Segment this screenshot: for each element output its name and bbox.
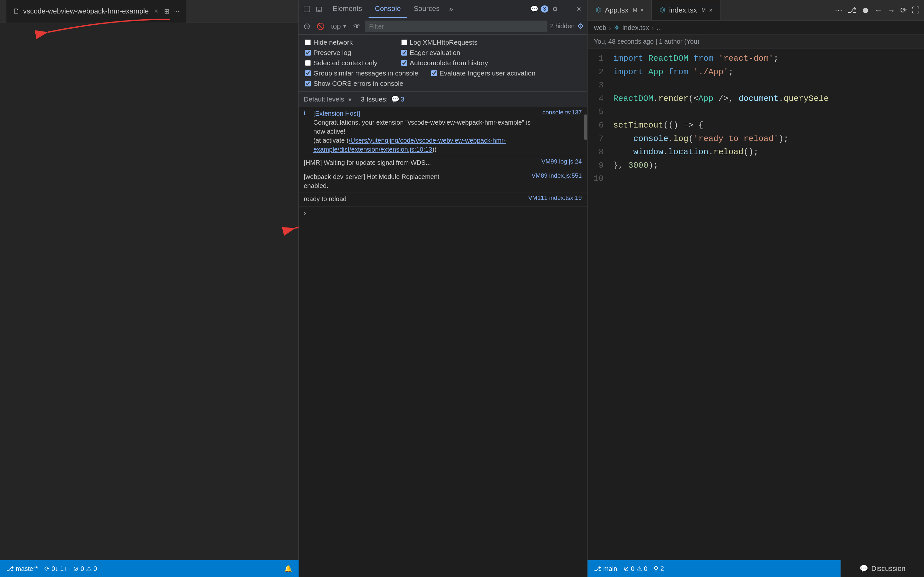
show-cors-input[interactable] xyxy=(305,81,311,86)
evaluate-triggers-input[interactable] xyxy=(431,70,437,76)
issues-link[interactable]: 💬 3 xyxy=(391,95,405,103)
tab-console[interactable]: Console xyxy=(369,0,407,18)
inspect-element-btn[interactable] xyxy=(302,5,312,13)
forward-icon[interactable]: → xyxy=(886,5,897,16)
editor-info-status[interactable]: ⚲ 2 xyxy=(654,565,664,572)
code-content[interactable]: import ReactDOM from 'react-dom'; import… xyxy=(610,49,924,577)
code-line-3 xyxy=(613,79,921,92)
status-bell[interactable]: 🔔 xyxy=(284,565,292,572)
console-link-0[interactable]: /Users/yutengjing/code/vscode-webview-we… xyxy=(313,137,506,153)
devtools-toolbar: Elements Console Sources » 💬 3 ⚙ ⋮ × xyxy=(299,0,587,18)
selected-context-input[interactable] xyxy=(305,60,311,66)
filter-settings-icon[interactable]: ⚙ xyxy=(577,22,584,31)
react-icon-breadcrumb: ⚛ xyxy=(614,24,620,32)
status-sync[interactable]: ⟳ 0↓ 1↑ xyxy=(44,565,67,572)
back-icon[interactable]: ← xyxy=(873,5,884,16)
index-tab-close-icon[interactable]: × xyxy=(709,7,712,14)
vscode-left-tab[interactable]: 🗋 vscode-webview-webpack-hmr-example × ⊞… xyxy=(6,0,186,23)
code-line-1: import ReactDOM from 'react-dom'; xyxy=(613,52,921,66)
tab-elements[interactable]: Elements xyxy=(326,0,369,18)
hide-network-checkbox[interactable]: Hide network xyxy=(305,39,389,46)
code-line-5 xyxy=(613,105,921,119)
devtools-console-output: ℹ [Extension Host] Congratulations, your… xyxy=(299,107,587,577)
eager-eval-input[interactable] xyxy=(401,50,407,56)
code-line-7: console.log('ready to reload'); xyxy=(613,132,921,146)
devtools-scrollbar-track xyxy=(584,18,587,560)
close-devtools-btn[interactable]: × xyxy=(574,3,584,15)
context-selector[interactable]: top ▼ xyxy=(329,21,349,31)
preserve-log-input[interactable] xyxy=(305,50,311,56)
evaluate-triggers-checkbox[interactable]: Evaluate triggers user activation xyxy=(431,69,535,77)
console-source-1[interactable]: VM99 log.js:24 xyxy=(541,158,582,165)
preserve-log-checkbox[interactable]: Preserve log xyxy=(305,49,389,56)
editor-branch-status[interactable]: ⎇ main xyxy=(594,565,617,572)
default-levels-label[interactable]: Default levels ▼ xyxy=(304,95,352,103)
code-line-2: import App from './App'; xyxy=(613,66,921,79)
show-cors-checkbox[interactable]: Show CORS errors in console xyxy=(305,80,403,87)
console-message-2: [webpack-dev-server] Hot Module Replacem… xyxy=(304,172,529,190)
console-message-1: [HMR] Waiting for update signal from WDS… xyxy=(304,158,538,167)
devtools-scrollbar-thumb[interactable] xyxy=(584,114,587,140)
tab-close-icon[interactable]: × xyxy=(154,7,158,15)
devtools-secondary-toolbar: 🚫 top ▼ 👁 2 hidden ⚙ xyxy=(299,18,587,35)
selected-context-checkbox[interactable]: Selected context only xyxy=(305,59,389,67)
status-errors[interactable]: ⊘ 0 ⚠ 0 xyxy=(73,565,97,572)
window-icon: 🗋 xyxy=(13,7,20,15)
console-entry-0: ℹ [Extension Host] Congratulations, your… xyxy=(299,107,587,156)
editor-toolbar-icons: ⋯ ⎇ ⏺ ← → ⟳ ⛶ xyxy=(834,5,924,16)
console-source-0[interactable]: console.ts:137 xyxy=(542,109,582,116)
app-tab-close-icon[interactable]: × xyxy=(641,7,644,13)
settings-row-4: Group similar messages in console Evalua… xyxy=(305,69,580,77)
console-source-2[interactable]: VM89 index.js:551 xyxy=(532,172,582,179)
refresh-icon[interactable]: ⟳ xyxy=(899,5,908,16)
breadcrumb-web[interactable]: web xyxy=(594,24,606,32)
settings-row-1: Hide network Log XMLHttpRequests xyxy=(305,39,580,46)
clear-console-btn[interactable] xyxy=(302,22,312,31)
editor-tab-app-tsx[interactable]: ⚛ App.tsx M × xyxy=(588,0,652,21)
device-toolbar-btn[interactable] xyxy=(314,5,324,13)
editor-tab-bar: ⚛ App.tsx M × ⚛ index.tsx M × ⋯ ⎇ ⏺ ← → … xyxy=(588,0,924,21)
editor-git-info: You, 48 seconds ago | 1 author (You) xyxy=(588,35,924,49)
console-prompt[interactable]: › xyxy=(299,206,587,220)
issues-badge-area: 💬 3 xyxy=(530,5,548,13)
console-source-3[interactable]: VM111 index.tsx:19 xyxy=(528,194,582,201)
editor-errors-status[interactable]: ⊘ 0 ⚠ 0 xyxy=(623,565,647,572)
code-line-4: ReactDOM.render(<App />, document.queryS… xyxy=(613,92,921,106)
tab-sources[interactable]: Sources xyxy=(407,0,446,18)
hidden-count-label: 2 hidden xyxy=(550,23,575,30)
code-line-8: window.location.reload(); xyxy=(613,145,921,159)
record-icon[interactable]: ⏺ xyxy=(860,5,871,16)
split-editor-icon[interactable]: ⋯ xyxy=(834,5,844,16)
group-similar-checkbox[interactable]: Group similar messages in console xyxy=(305,69,418,77)
devtools-issues-bar: Default levels ▼ 3 Issues: 💬 3 xyxy=(299,92,587,107)
chevron-down-icon: ▼ xyxy=(342,23,347,29)
live-expression-btn[interactable]: 👁 xyxy=(352,21,363,31)
svg-line-8 xyxy=(305,25,308,27)
hide-network-input[interactable] xyxy=(305,40,311,45)
filter-input[interactable] xyxy=(365,21,547,32)
editor-tab-index-tsx[interactable]: ⚛ index.tsx M × xyxy=(652,0,720,21)
more-tabs-btn[interactable]: » xyxy=(446,5,456,13)
react-icon-index: ⚛ xyxy=(659,6,666,15)
group-similar-input[interactable] xyxy=(305,70,311,76)
discussion-button[interactable]: 💬 Discussion xyxy=(840,560,924,577)
filter-toggle-btn[interactable]: 🚫 xyxy=(315,21,326,32)
status-branch[interactable]: ⎇ master* xyxy=(6,565,38,572)
console-message-0: [Extension Host] Congratulations, your e… xyxy=(313,109,539,154)
panel-layout-icon[interactable]: ⊞ xyxy=(164,7,170,15)
log-xmlhttp-input[interactable] xyxy=(401,40,407,45)
settings-btn[interactable]: ⚙ xyxy=(550,4,560,14)
more-options-icon[interactable]: ··· xyxy=(174,7,180,15)
log-xmlhttp-checkbox[interactable]: Log XMLHttpRequests xyxy=(401,39,485,46)
autocomplete-checkbox[interactable]: Autocomplete from history xyxy=(401,59,488,67)
breadcrumb-index[interactable]: index.tsx xyxy=(622,24,649,32)
eager-eval-checkbox[interactable]: Eager evaluation xyxy=(401,49,485,56)
maximize-icon[interactable]: ⛶ xyxy=(911,5,921,16)
more-menu-btn[interactable]: ⋮ xyxy=(562,4,572,14)
chevron-down-icon-levels: ▼ xyxy=(347,97,352,103)
autocomplete-input[interactable] xyxy=(401,60,407,66)
source-control-icon[interactable]: ⎇ xyxy=(846,5,858,16)
breadcrumb-dots[interactable]: ... xyxy=(656,24,662,32)
devtools-tabs: Elements Console Sources » xyxy=(326,0,456,18)
line-numbers: 1 2 3 4 5 6 7 8 9 10 xyxy=(588,49,610,577)
